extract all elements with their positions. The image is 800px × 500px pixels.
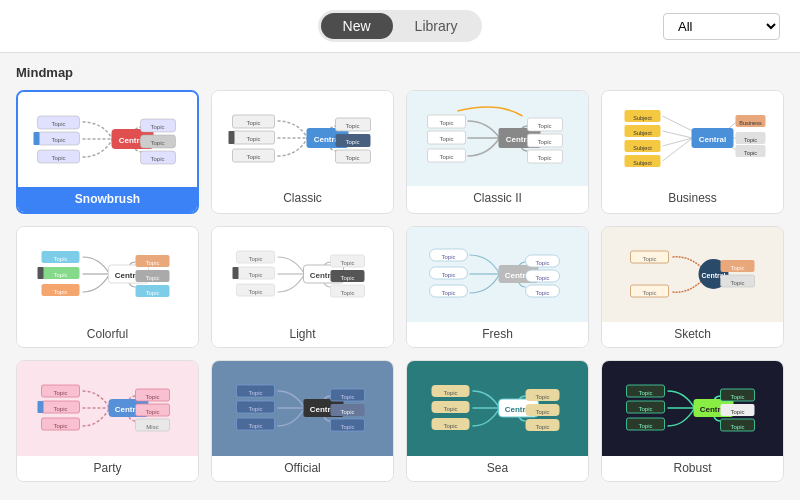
- preview-business: Subject Subject Subject Subject Central …: [602, 91, 783, 186]
- filter-dropdown[interactable]: All Mindmap Flowchart: [663, 13, 780, 40]
- svg-text:Topic: Topic: [145, 290, 159, 296]
- svg-text:Topic: Topic: [53, 272, 67, 278]
- card-label-colorful: Colorful: [17, 322, 198, 347]
- svg-text:Topic: Topic: [642, 290, 656, 296]
- template-card-classic2[interactable]: Topic Topic Topic Central Topic Topic To…: [406, 90, 589, 214]
- svg-text:Topic: Topic: [345, 123, 359, 129]
- svg-text:Topic: Topic: [638, 423, 652, 429]
- svg-text:Topic: Topic: [537, 155, 551, 161]
- template-card-robust[interactable]: Topic Topic Topic Central Topic Topic To…: [601, 360, 784, 482]
- svg-text:Topic: Topic: [150, 156, 164, 162]
- svg-text:Topic: Topic: [248, 406, 262, 412]
- svg-text:Topic: Topic: [535, 394, 549, 400]
- svg-text:Topic: Topic: [730, 409, 744, 415]
- svg-text:Topic: Topic: [345, 155, 359, 161]
- template-card-sea[interactable]: Topic Topic Topic Central Topic Topic To…: [406, 360, 589, 482]
- svg-text:Topic: Topic: [744, 150, 757, 156]
- svg-rect-74: [38, 267, 44, 279]
- svg-rect-128: [38, 401, 44, 413]
- svg-text:Topic: Topic: [248, 423, 262, 429]
- svg-text:Central: Central: [699, 135, 727, 144]
- svg-rect-29: [229, 131, 235, 144]
- tab-group: New Library: [318, 10, 483, 42]
- svg-text:Subject: Subject: [633, 145, 652, 151]
- template-card-classic[interactable]: Topic Topic Topic Central Topic Topic To…: [211, 90, 394, 214]
- svg-text:Topic: Topic: [145, 275, 159, 281]
- svg-text:Topic: Topic: [53, 423, 67, 429]
- svg-text:Topic: Topic: [730, 280, 744, 286]
- preview-light: Topic Topic Topic Central Topic Topic To…: [212, 227, 393, 322]
- svg-text:Topic: Topic: [246, 154, 260, 160]
- card-label-robust: Robust: [602, 456, 783, 481]
- template-card-official[interactable]: Topic Topic Topic Central Topic Topic To…: [211, 360, 394, 482]
- svg-rect-89: [233, 267, 239, 279]
- card-label-business: Business: [602, 186, 783, 211]
- preview-fresh: Topic Topic Topic Central Topic Topic To…: [407, 227, 588, 322]
- svg-text:Topic: Topic: [535, 290, 549, 296]
- preview-sketch: Topic Topic Central Topic Topic: [602, 227, 783, 322]
- preview-party: Topic Topic Topic Central Topic Topic Mi…: [17, 361, 198, 456]
- svg-text:Topic: Topic: [53, 289, 67, 295]
- tab-library[interactable]: Library: [393, 13, 480, 39]
- template-card-light[interactable]: Topic Topic Topic Central Topic Topic To…: [211, 226, 394, 348]
- svg-text:Topic: Topic: [535, 275, 549, 281]
- svg-text:Topic: Topic: [145, 394, 159, 400]
- svg-text:Topic: Topic: [441, 272, 455, 278]
- svg-text:Topic: Topic: [246, 120, 260, 126]
- svg-text:Topic: Topic: [744, 137, 757, 143]
- card-label-classic: Classic: [212, 186, 393, 211]
- svg-text:Topic: Topic: [537, 139, 551, 145]
- svg-rect-14: [34, 132, 40, 145]
- svg-text:Topic: Topic: [638, 406, 652, 412]
- svg-text:Topic: Topic: [53, 390, 67, 396]
- template-card-snowbrush[interactable]: Topic Topic Topic Central Topic Topic To…: [16, 90, 199, 214]
- preview-classic: Topic Topic Topic Central Topic Topic To…: [212, 91, 393, 186]
- header: New Library All Mindmap Flowchart: [0, 0, 800, 53]
- svg-text:Topic: Topic: [51, 121, 65, 127]
- preview-robust: Topic Topic Topic Central Topic Topic To…: [602, 361, 783, 456]
- svg-text:Topic: Topic: [340, 290, 354, 296]
- tab-new[interactable]: New: [321, 13, 393, 39]
- card-label-light: Light: [212, 322, 393, 347]
- svg-text:Topic: Topic: [53, 406, 67, 412]
- svg-text:Topic: Topic: [730, 394, 744, 400]
- preview-sea: Topic Topic Topic Central Topic Topic To…: [407, 361, 588, 456]
- template-card-sketch[interactable]: Topic Topic Central Topic Topic Sketch: [601, 226, 784, 348]
- svg-text:Subject: Subject: [633, 115, 652, 121]
- section-title: Mindmap: [16, 65, 784, 80]
- svg-text:Topic: Topic: [340, 260, 354, 266]
- svg-text:Topic: Topic: [439, 136, 453, 142]
- svg-text:Topic: Topic: [535, 409, 549, 415]
- svg-text:Topic: Topic: [51, 137, 65, 143]
- card-label-party: Party: [17, 456, 198, 481]
- svg-text:Topic: Topic: [638, 390, 652, 396]
- svg-text:Topic: Topic: [730, 265, 744, 271]
- card-label-classic2: Classic II: [407, 186, 588, 211]
- svg-text:Topic: Topic: [441, 290, 455, 296]
- content-area: Mindmap Topic Topic: [0, 53, 800, 499]
- svg-text:Topic: Topic: [248, 256, 262, 262]
- template-card-party[interactable]: Topic Topic Topic Central Topic Topic Mi…: [16, 360, 199, 482]
- template-card-colorful[interactable]: Topic Topic Topic Central Topic Topic To…: [16, 226, 199, 348]
- svg-text:Topic: Topic: [150, 124, 164, 130]
- template-card-fresh[interactable]: Topic Topic Topic Central Topic Topic To…: [406, 226, 589, 348]
- svg-text:Topic: Topic: [340, 394, 354, 400]
- preview-snowbrush: Topic Topic Topic Central Topic Topic To…: [18, 92, 197, 187]
- card-label-fresh: Fresh: [407, 322, 588, 347]
- svg-text:Topic: Topic: [535, 260, 549, 266]
- card-label-sketch: Sketch: [602, 322, 783, 347]
- svg-text:Topic: Topic: [145, 409, 159, 415]
- preview-colorful: Topic Topic Topic Central Topic Topic To…: [17, 227, 198, 322]
- svg-text:Topic: Topic: [441, 254, 455, 260]
- svg-text:Topic: Topic: [443, 390, 457, 396]
- preview-classic2: Topic Topic Topic Central Topic Topic To…: [407, 91, 588, 186]
- svg-text:Topic: Topic: [246, 136, 260, 142]
- card-label-snowbrush: Snowbrush: [18, 187, 197, 212]
- svg-text:Subject: Subject: [633, 130, 652, 136]
- svg-text:Topic: Topic: [642, 256, 656, 262]
- svg-text:Topic: Topic: [345, 139, 359, 145]
- card-label-official: Official: [212, 456, 393, 481]
- svg-text:Topic: Topic: [248, 272, 262, 278]
- card-label-sea: Sea: [407, 456, 588, 481]
- template-card-business[interactable]: Subject Subject Subject Subject Central …: [601, 90, 784, 214]
